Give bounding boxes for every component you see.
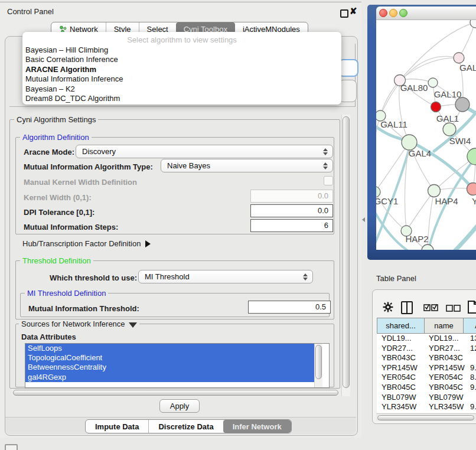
network-node[interactable]: [454, 53, 464, 63]
network-edge[interactable]: [452, 221, 476, 250]
network-edge[interactable]: [406, 191, 434, 231]
gear-icon[interactable]: [383, 302, 393, 312]
table-row[interactable]: YBL079W YBL079W: [377, 393, 476, 403]
table-row[interactable]: YDL19... YDL19... 13: [377, 334, 476, 344]
table-row[interactable]: YBR045C YBR045C 9.: [377, 383, 476, 393]
network-edge[interactable]: [376, 123, 476, 194]
select-all-icon[interactable]: [423, 304, 439, 311]
list-item[interactable]: BetweennessCentrality: [25, 363, 317, 372]
mi-steps-label: Mutual Information Steps:: [24, 223, 118, 231]
table-row[interactable]: YER054C YER054C 8.: [377, 373, 476, 383]
kernel-width-label: Kernel Width (0,1):: [24, 193, 92, 202]
node-label: GCY1: [376, 196, 398, 206]
algorithm-select-popup: Select algorithm to view settings Bayesi…: [22, 32, 341, 105]
list-item[interactable]: gal4RGexp: [25, 373, 317, 382]
threshold-definition-title: Threshold Definition: [20, 257, 93, 265]
network-node[interactable]: [470, 20, 476, 28]
table-row[interactable]: YIL053C YIL053C 9: [377, 412, 476, 413]
settings-horizontal-scrollbar[interactable]: [12, 389, 340, 396]
network-graph: GAL GAL80 GAL10 GAL1 GAL11 GAL4 SWI4 GCY…: [376, 20, 476, 250]
mi-steps-field[interactable]: 6: [250, 219, 333, 232]
list-item[interactable]: SelfLoops: [25, 344, 317, 353]
hidden-focused-combo-fragment: [338, 59, 358, 77]
table-row[interactable]: YBR043C YBR043C: [377, 353, 476, 363]
float-window-icon[interactable]: [340, 9, 348, 18]
node-label: GAL: [459, 63, 476, 73]
popup-item[interactable]: Basic Correlation Inference: [22, 55, 341, 64]
splitter-collapse-icon[interactable]: [362, 217, 365, 222]
mi-threshold-field[interactable]: 0.5: [248, 301, 331, 314]
split-columns-icon[interactable]: [401, 301, 413, 314]
mi-type-combo[interactable]: Naive Bayes: [161, 159, 333, 172]
popup-item[interactable]: Bayesian – K2: [22, 84, 341, 94]
close-icon[interactable]: ✘: [350, 6, 357, 17]
data-attributes-label: Data Attributes: [21, 332, 76, 341]
popup-prompt: Select algorithm to view settings: [22, 35, 341, 45]
node-label: GAL1: [436, 113, 459, 123]
tab-impute-data[interactable]: Impute Data: [86, 420, 148, 433]
minimize-traffic-light[interactable]: [389, 9, 397, 17]
popup-item[interactable]: Mutual Information Inference: [22, 74, 341, 84]
aracne-mode-label: Aracne Mode:: [24, 148, 74, 156]
sources-toggle[interactable]: Sources for Network Inference: [19, 320, 139, 328]
combo-arrows-icon: [321, 148, 330, 155]
table-row[interactable]: YLR345W YLR345W 9.: [377, 402, 476, 412]
network-node-hap4[interactable]: [428, 185, 441, 197]
tab-discretize-data[interactable]: Discretize Data: [148, 420, 223, 433]
control-panel-title: Control Panel: [7, 7, 54, 16]
list-vertical-scrollbar[interactable]: [314, 344, 322, 387]
network-node-gal10[interactable]: [455, 97, 470, 112]
expand-right-icon: [145, 240, 151, 247]
popup-item-selected[interactable]: ARACNE Algorithm: [22, 65, 341, 74]
node-label: GAL4: [409, 148, 431, 158]
mi-threshold-label: Mutual Information Threshold:: [28, 304, 139, 313]
table-row[interactable]: YDR27... YDR27... 12: [377, 344, 476, 354]
network-node-swi4[interactable]: [467, 148, 476, 165]
node-label: SWI4: [449, 136, 471, 146]
network-node[interactable]: [422, 244, 433, 250]
node-label: HAP4: [435, 196, 458, 206]
zoom-traffic-light[interactable]: [399, 9, 407, 17]
dpi-tolerance-label: DPI Tolerance [0,1]:: [24, 208, 94, 217]
tab-infer-network[interactable]: Infer Network: [223, 420, 291, 433]
cyni-algorithm-settings-title: Cyni Algorithm Settings: [14, 116, 98, 123]
hub-definition-label: Hub/Transcription Factor Definition: [22, 239, 141, 248]
network-canvas[interactable]: GAL GAL80 GAL10 GAL1 GAL11 GAL4 SWI4 GCY…: [376, 20, 476, 250]
table-panel: shared... name A YDL19... YDL19... 13 YD…: [372, 289, 476, 424]
dpi-tolerance-field[interactable]: 0.0: [250, 204, 333, 217]
deselect-all-icon[interactable]: [446, 305, 461, 312]
node-label: HAP2: [405, 234, 428, 244]
hub-definition-toggle[interactable]: Hub/Transcription Factor Definition: [22, 239, 151, 248]
network-node-selected-red[interactable]: [431, 102, 441, 112]
table-row[interactable]: YPR145W YPR145W 9.: [377, 363, 476, 373]
network-node-gal1[interactable]: [443, 123, 456, 136]
close-traffic-light[interactable]: [379, 9, 387, 17]
column-header-shared-name[interactable]: shared...: [377, 318, 425, 334]
network-node[interactable]: [428, 78, 438, 87]
kernel-width-field[interactable]: 0.0: [250, 190, 333, 203]
which-threshold-value: MI Threshold: [139, 272, 301, 281]
algorithm-definition-title: Algorithm Definition: [20, 133, 92, 141]
hidden-box-fragment: [339, 80, 357, 102]
node-label: GAL11: [380, 119, 407, 129]
node-label: GAL80: [400, 83, 428, 93]
apply-button[interactable]: Apply: [159, 399, 200, 413]
list-item[interactable]: TopologicalCoefficient: [25, 353, 317, 363]
data-attributes-list[interactable]: SelfLoops TopologicalCoefficient Between…: [25, 343, 330, 388]
application-window: Control Panel ✘ Network Style Select: [0, 0, 476, 450]
aracne-mode-combo[interactable]: Discovery: [76, 145, 333, 158]
new-table-icon[interactable]: [467, 300, 476, 314]
table-horizontal-scrollbar[interactable]: [376, 413, 476, 421]
manual-kernel-checkbox[interactable]: [324, 176, 333, 185]
which-threshold-combo[interactable]: MI Threshold: [138, 270, 313, 283]
network-edge[interactable]: [400, 58, 459, 80]
column-header-partial[interactable]: A: [463, 318, 476, 334]
network-edge[interactable]: [380, 80, 400, 116]
settings-vertical-scrollbar[interactable]: [341, 115, 350, 396]
panel-dock-icon[interactable]: [5, 444, 18, 450]
popup-item[interactable]: Dream8 DC_TDC Algorithm: [22, 94, 341, 103]
popup-item[interactable]: Bayesian – Hill Climbing: [22, 45, 341, 55]
network-node[interactable]: [467, 183, 476, 195]
column-header-name[interactable]: name: [424, 318, 464, 334]
table-body: YDL19... YDL19... 13 YDR27... YDR27... 1…: [377, 334, 476, 413]
